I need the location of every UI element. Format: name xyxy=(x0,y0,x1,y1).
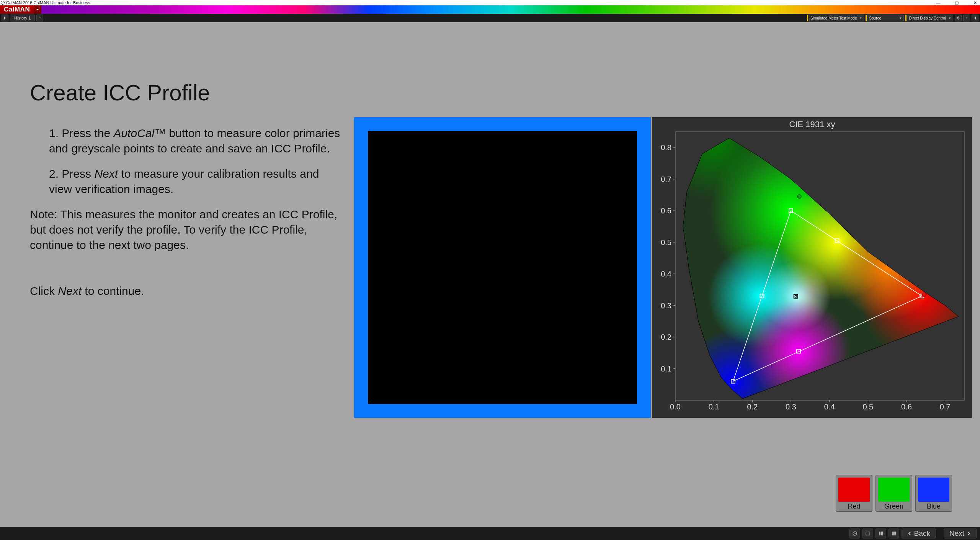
footer: Back Next xyxy=(0,527,980,540)
direct-display-dropdown[interactable]: Direct Display Control ▼ xyxy=(905,15,953,21)
svg-rect-60 xyxy=(866,532,870,535)
svg-text:?: ? xyxy=(966,16,967,20)
cie-chart-panel: CIE 1931 xy 0.00.10.20.30.40.50.60.70.10… xyxy=(652,117,972,418)
svg-text:0.4: 0.4 xyxy=(661,270,671,278)
svg-text:0.6: 0.6 xyxy=(661,206,671,215)
color-chip-green xyxy=(878,478,910,502)
window-close-button[interactable]: ✕ xyxy=(972,0,978,5)
back-button-label: Back xyxy=(914,529,930,538)
history-tab[interactable]: History 1 xyxy=(10,15,35,21)
spectrum-bar xyxy=(41,5,980,14)
color-chip-blue xyxy=(918,478,949,502)
app-icon xyxy=(1,1,5,5)
svg-text:0.1: 0.1 xyxy=(709,403,719,411)
note: Note: This measures the monitor and crea… xyxy=(30,207,344,253)
svg-rect-63 xyxy=(892,532,896,535)
color-chip-red xyxy=(838,478,870,502)
page-title: Create ICC Profile xyxy=(30,80,210,105)
svg-point-25 xyxy=(922,293,926,297)
window-minimize-button[interactable]: — xyxy=(935,0,942,5)
toolbar: History 1 + Simulated Meter Test Mode ▼ … xyxy=(0,14,980,22)
arrow-left-icon xyxy=(907,531,912,536)
next-button[interactable]: Next xyxy=(944,529,977,538)
source-dropdown-label: Source xyxy=(869,16,881,20)
rgb-swatches: Red Green Blue xyxy=(836,475,952,512)
cie-chart: 0.00.10.20.30.40.50.60.70.10.20.30.40.50… xyxy=(652,130,972,416)
next-button-label: Next xyxy=(949,529,964,538)
svg-text:0.3: 0.3 xyxy=(661,301,671,310)
meter-dropdown[interactable]: Simulated Meter Test Mode ▼ xyxy=(807,15,864,21)
collapse-right-button[interactable] xyxy=(972,15,978,21)
svg-point-26 xyxy=(797,195,801,198)
meter-dropdown-label: Simulated Meter Test Mode xyxy=(810,16,857,20)
cta: Click Next to continue. xyxy=(30,283,344,299)
svg-text:0.2: 0.2 xyxy=(747,403,758,411)
swatch-green-label: Green xyxy=(876,502,912,511)
swatch-blue-label: Blue xyxy=(916,502,952,511)
svg-rect-62 xyxy=(881,532,883,535)
text: Click xyxy=(30,285,58,297)
svg-text:0.7: 0.7 xyxy=(661,175,671,183)
swatch-red[interactable]: Red xyxy=(836,475,872,512)
text-em: Next xyxy=(58,285,82,297)
footer-icon-3[interactable] xyxy=(875,529,886,538)
brand-menu-dropdown[interactable] xyxy=(34,5,41,14)
text: 2. Press xyxy=(49,167,94,180)
window-controls: — ▢ ✕ xyxy=(935,0,978,5)
chevron-down-icon: ▼ xyxy=(948,16,951,20)
footer-icon-4[interactable] xyxy=(889,529,899,538)
page-body: Create ICC Profile 1. Press the AutoCal™… xyxy=(0,22,980,527)
svg-text:0.8: 0.8 xyxy=(661,143,671,152)
chevron-down-icon: ▼ xyxy=(859,16,862,20)
svg-text:0.3: 0.3 xyxy=(786,403,796,411)
svg-text:0.4: 0.4 xyxy=(824,403,835,411)
direct-display-dropdown-label: Direct Display Control xyxy=(909,16,946,20)
text: to continue. xyxy=(82,285,144,297)
swatch-red-label: Red xyxy=(836,502,872,511)
help-button[interactable]: ? xyxy=(963,15,970,21)
svg-text:0.5: 0.5 xyxy=(661,238,671,247)
svg-text:0.6: 0.6 xyxy=(901,403,912,411)
preview-content xyxy=(368,131,637,404)
window-titlebar: CalMAN 2016 CalMAN Ultimate for Business… xyxy=(0,0,980,5)
svg-point-59 xyxy=(853,532,857,535)
svg-text:0.2: 0.2 xyxy=(661,333,671,341)
toolbar-expand-button[interactable] xyxy=(2,15,8,21)
footer-icon-1[interactable] xyxy=(849,529,860,538)
app-menu-bar: CalMAN xyxy=(0,5,980,14)
text: 1. Press the xyxy=(49,127,113,139)
svg-text:0.7: 0.7 xyxy=(940,403,951,411)
swatch-blue[interactable]: Blue xyxy=(915,475,952,512)
window-title: CalMAN 2016 CalMAN Ultimate for Business xyxy=(6,0,90,5)
instructions: 1. Press the AutoCal™ button to measure … xyxy=(30,126,344,299)
chart-title: CIE 1931 xy xyxy=(652,117,972,129)
text-em: AutoCal xyxy=(113,127,154,139)
svg-text:0.1: 0.1 xyxy=(661,365,671,373)
svg-point-0 xyxy=(957,17,959,19)
step-1: 1. Press the AutoCal™ button to measure … xyxy=(49,126,344,156)
window-maximize-button[interactable]: ▢ xyxy=(953,0,960,5)
back-button[interactable]: Back xyxy=(902,529,936,538)
footer-icon-2[interactable] xyxy=(862,529,873,538)
source-dropdown[interactable]: Source ▼ xyxy=(866,15,904,21)
arrow-right-icon xyxy=(967,531,971,536)
svg-rect-61 xyxy=(879,532,880,535)
step-2: 2. Press Next to measure your calibratio… xyxy=(49,166,344,197)
svg-text:0.0: 0.0 xyxy=(670,403,681,411)
swatch-green[interactable]: Green xyxy=(875,475,912,512)
settings-button[interactable] xyxy=(955,15,962,21)
brand-name: CalMAN xyxy=(0,5,34,14)
chevron-down-icon: ▼ xyxy=(899,16,902,20)
text-em: Next xyxy=(94,167,118,180)
add-history-tab-button[interactable]: + xyxy=(36,15,43,21)
svg-text:0.5: 0.5 xyxy=(862,403,873,411)
preview-panel xyxy=(354,117,651,418)
